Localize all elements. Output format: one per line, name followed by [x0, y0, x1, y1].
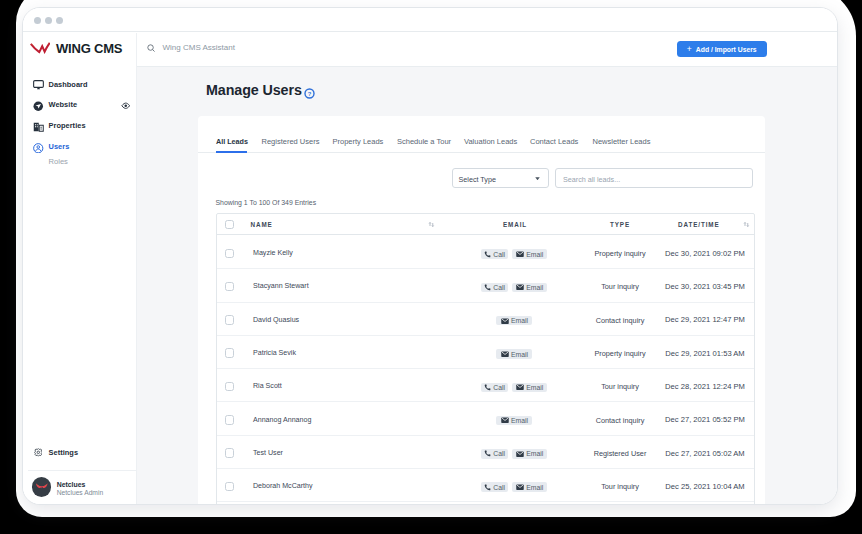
- svg-text:?: ?: [308, 91, 312, 97]
